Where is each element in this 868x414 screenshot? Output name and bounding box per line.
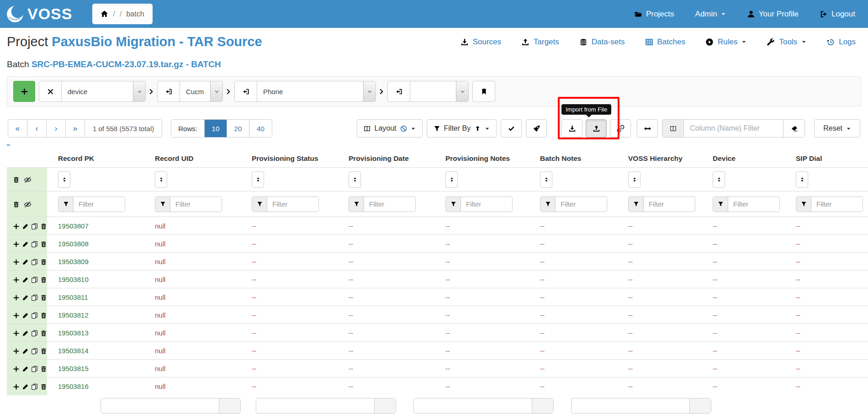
column-filter-button[interactable] [349, 197, 364, 212]
add-row-button[interactable] [13, 383, 20, 390]
edit-row-button[interactable] [22, 383, 29, 390]
drill-in-button[interactable] [235, 81, 257, 101]
column-filter-button[interactable] [58, 197, 74, 212]
copy-row-button[interactable] [31, 366, 38, 372]
column-sort-button[interactable] [445, 171, 458, 188]
bottom-filter-box[interactable] [101, 398, 241, 414]
copy-row-button[interactable] [31, 330, 38, 337]
edit-row-button[interactable] [22, 223, 29, 230]
link-button[interactable] [610, 119, 631, 138]
column-filter-button[interactable] [629, 197, 644, 212]
delete-row-button[interactable] [40, 366, 47, 372]
phone-select[interactable]: Phone [257, 81, 376, 101]
add-row-button[interactable] [13, 259, 20, 265]
column-filter-input[interactable] [728, 197, 779, 212]
bottom-filter-box[interactable] [571, 398, 711, 414]
copy-row-button[interactable] [31, 259, 38, 265]
edit-row-button[interactable] [22, 259, 29, 265]
delete-row-button[interactable] [40, 383, 47, 390]
copy-row-button[interactable] [31, 223, 38, 230]
column-filter-input[interactable] [684, 120, 783, 137]
edit-row-button[interactable] [22, 294, 29, 301]
column-filter-input[interactable] [556, 197, 607, 212]
nav-rules[interactable]: Rules [705, 37, 746, 47]
bottom-filter-box[interactable] [413, 398, 554, 414]
column-sort-button[interactable] [540, 171, 552, 188]
column-filter-input[interactable] [364, 197, 415, 212]
hide-rows-button[interactable] [24, 176, 32, 184]
delete-row-button[interactable] [40, 330, 47, 337]
add-row-button[interactable] [13, 348, 20, 355]
delete-rows-button[interactable] [13, 176, 20, 183]
nav-data-sets[interactable]: Data-sets [579, 37, 625, 47]
instance-select[interactable] [410, 81, 468, 101]
column-filter-button[interactable] [155, 197, 170, 212]
bookmark-button[interactable] [472, 81, 495, 102]
edit-row-button[interactable] [22, 366, 29, 372]
remove-selector-button[interactable] [39, 81, 61, 101]
resize-columns-button[interactable] [637, 119, 658, 138]
rows-option-10[interactable]: 10 [205, 120, 227, 137]
home-icon[interactable] [101, 10, 108, 18]
column-sort-button[interactable] [713, 171, 725, 188]
nav-tools[interactable]: Tools [767, 37, 806, 47]
import-from-file-button[interactable] [586, 119, 607, 138]
delete-rows-button[interactable] [13, 201, 20, 208]
projects-link[interactable]: Projects [634, 10, 674, 19]
copy-row-button[interactable] [31, 276, 38, 283]
column-filter-input[interactable] [267, 197, 318, 212]
copy-row-button[interactable] [31, 348, 38, 355]
column-filter-input[interactable] [644, 197, 695, 212]
nav-logs[interactable]: Logs [826, 37, 856, 47]
delete-row-button[interactable] [40, 223, 47, 230]
layout-button[interactable]: Layout [357, 119, 422, 138]
column-sort-button[interactable] [155, 171, 167, 188]
nav-sources[interactable]: Sources [460, 37, 501, 47]
delete-row-button[interactable] [40, 259, 47, 265]
add-row-button[interactable] [13, 276, 20, 283]
column-sort-button[interactable] [349, 171, 361, 188]
column-sort-button[interactable] [252, 171, 264, 188]
clear-column-filter-button[interactable] [783, 120, 804, 137]
first-page-button[interactable]: « [8, 120, 27, 137]
add-row-button[interactable] [13, 366, 20, 372]
drill-in-button[interactable] [388, 81, 410, 101]
delete-row-button[interactable] [40, 241, 47, 248]
copy-row-button[interactable] [31, 241, 38, 248]
reset-button[interactable]: Reset [814, 119, 860, 138]
copy-row-button[interactable] [31, 312, 38, 319]
add-row-button[interactable] [13, 330, 20, 337]
column-sort-button[interactable] [796, 171, 808, 188]
column-filter-button[interactable] [713, 197, 728, 212]
device-type-select[interactable]: device [61, 81, 145, 101]
delete-row-button[interactable] [40, 276, 47, 283]
column-filter-button[interactable] [446, 197, 461, 212]
your-profile-link[interactable]: Your Profile [747, 10, 799, 19]
add-row-button[interactable] [13, 241, 20, 248]
column-filter-input[interactable] [461, 197, 512, 212]
column-filter-button[interactable] [252, 197, 267, 212]
rows-option-40[interactable]: 40 [249, 120, 272, 137]
prev-page-button[interactable]: ‹ [27, 120, 47, 137]
delete-row-button[interactable] [40, 348, 47, 355]
last-page-button[interactable]: » [66, 120, 85, 137]
delete-row-button[interactable] [40, 312, 47, 319]
edit-row-button[interactable] [22, 330, 29, 337]
rows-option-20[interactable]: 20 [227, 120, 249, 137]
logout-link[interactable]: Logout [820, 10, 855, 19]
hide-rows-button[interactable] [24, 201, 32, 208]
edit-row-button[interactable] [22, 276, 29, 283]
cucm-select[interactable]: Cucm [180, 81, 222, 101]
column-filter-input[interactable] [811, 197, 863, 212]
nav-batches[interactable]: Batches [645, 37, 685, 47]
add-selector-button[interactable] [13, 81, 35, 102]
column-filter-input[interactable] [170, 197, 222, 212]
check-button[interactable] [501, 119, 522, 138]
bottom-filter-box[interactable] [256, 398, 396, 414]
copy-row-button[interactable] [31, 294, 38, 301]
drill-in-button[interactable] [158, 81, 180, 101]
delete-row-button[interactable] [40, 294, 47, 301]
voss-brand[interactable]: VOSS [5, 5, 72, 24]
export-to-file-button[interactable] [561, 119, 582, 138]
nav-targets[interactable]: Targets [521, 37, 559, 47]
